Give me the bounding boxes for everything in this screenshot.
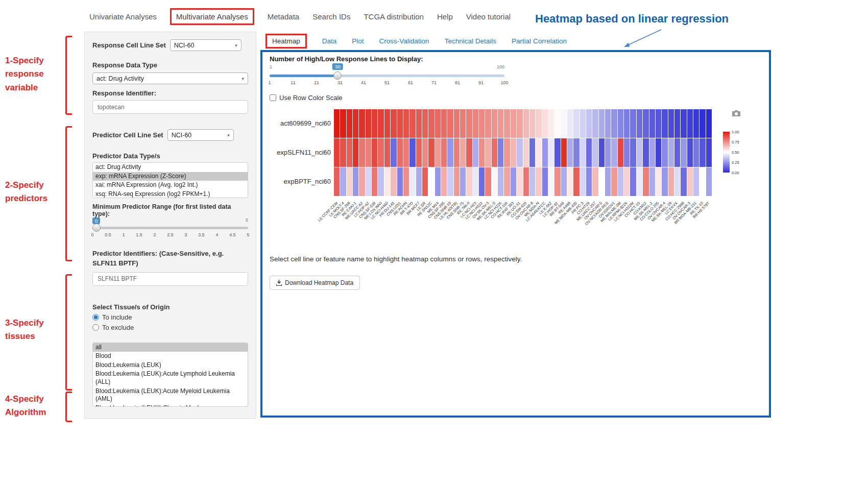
heatmap-cell xyxy=(687,109,693,138)
tissue-option[interactable]: Blood:Leukemia (LEUK) xyxy=(93,361,248,370)
nav-video-tutorial[interactable]: Video tutorial xyxy=(466,12,511,21)
predictor-data-types-listbox[interactable]: act: Drug Activity exp: mRNA Expression … xyxy=(92,162,248,198)
heatmap-cell xyxy=(536,138,541,167)
response-data-type-select[interactable]: act: Drug Activity ▾ xyxy=(92,72,248,84)
heatmap-cell xyxy=(498,138,503,167)
heatmap-cell xyxy=(573,167,579,196)
slider-tick-label: 0.5 xyxy=(105,232,111,237)
download-heatmap-data-button[interactable]: Download Heatmap Data xyxy=(270,276,360,290)
tissue-exclude-radio[interactable] xyxy=(92,324,99,331)
heatmap-cell xyxy=(454,167,460,196)
step4-bracket xyxy=(65,392,72,422)
response-cell-line-set-select[interactable]: NCI-60 ▾ xyxy=(170,39,242,51)
predictor-data-type-option[interactable]: exp: mRNA Expression (Z-Score) xyxy=(93,172,248,181)
heatmap-row-label[interactable]: expSLFN11_nci60 xyxy=(264,149,331,156)
heatmap-cell xyxy=(668,138,674,167)
result-tabs: Heatmap Data Plot Cross-Validation Techn… xyxy=(266,34,567,48)
tab-heatmap[interactable]: Heatmap xyxy=(266,34,307,48)
heatmap-cell xyxy=(618,109,623,138)
heatmap-cell xyxy=(523,138,529,167)
nav-help[interactable]: Help xyxy=(437,12,453,21)
heatmap-cell xyxy=(435,109,441,138)
heatmap-cell xyxy=(700,109,705,138)
heatmap-cell xyxy=(523,109,529,138)
tissue-origin-listbox[interactable]: all Blood Blood:Leukemia (LEUK) Blood:Le… xyxy=(92,343,248,407)
min-predictor-range-slider[interactable]: 0 5 00.511.522.533.544.55 xyxy=(92,218,248,243)
nav-tcga-distribution[interactable]: TCGA distribution xyxy=(364,12,424,21)
heatmap-cell xyxy=(384,167,390,196)
response-identifier-input[interactable] xyxy=(92,100,248,114)
nav-metadata[interactable]: Metadata xyxy=(268,12,300,21)
heatmap-cell xyxy=(403,109,409,138)
nav-search-ids[interactable]: Search IDs xyxy=(312,12,350,21)
tissue-option[interactable]: Blood:Leukemia (LEUK):Acute Myeloid Leuk… xyxy=(93,387,248,404)
tab-data[interactable]: Data xyxy=(322,37,337,45)
heatmap-cell xyxy=(435,138,441,167)
heatmap-cell xyxy=(347,167,352,196)
predictor-cell-line-set-select[interactable]: NCI-60 ▾ xyxy=(167,129,234,141)
heatmap-cell xyxy=(580,167,586,196)
heatmap-cell xyxy=(340,167,346,196)
step3-label: 3-Specify tissues xyxy=(5,316,64,344)
slider-handle[interactable] xyxy=(92,224,101,232)
tab-partial-correlation[interactable]: Partial Correlation xyxy=(512,37,567,45)
tissue-option[interactable]: Blood:Leukemia (LEUK):Acute Lymphoid Leu… xyxy=(93,370,248,386)
heatmap-hint-text: Select cell line or feature name to high… xyxy=(270,255,522,263)
heatmap-cell xyxy=(441,109,447,138)
tab-cross-validation[interactable]: Cross-Validation xyxy=(379,37,429,45)
tab-plot[interactable]: Plot xyxy=(352,37,364,45)
heatmap-cell xyxy=(504,167,510,196)
tissue-option[interactable]: Blood xyxy=(93,352,248,361)
nav-univariate-analyses[interactable]: Univariate Analyses xyxy=(89,12,157,21)
heatmap-row-label[interactable]: act609699_nci60 xyxy=(264,119,331,127)
slider-track[interactable] xyxy=(92,227,248,229)
heatmap-cell xyxy=(340,138,346,167)
heatmap-cell xyxy=(334,109,340,138)
legend-tick: 0.50 xyxy=(732,150,739,155)
heatmap-cell xyxy=(334,138,340,167)
annotation-arrow-icon xyxy=(608,27,669,52)
heatmap-cell xyxy=(403,138,409,167)
heatmap-cell xyxy=(416,138,422,167)
heatmap-cell xyxy=(693,167,699,196)
tissue-include-radio[interactable] xyxy=(92,314,99,321)
heatmap-cell xyxy=(586,167,592,196)
heatmap-cell xyxy=(592,109,598,138)
camera-icon[interactable] xyxy=(731,109,741,117)
predictor-data-type-option[interactable]: act: Drug Activity xyxy=(93,163,248,172)
heatmap-cell xyxy=(485,167,491,196)
heatmap-row-label[interactable]: expBPTF_nci60 xyxy=(264,178,331,185)
heatmap-cell xyxy=(611,109,617,138)
heatmap-grid[interactable] xyxy=(334,109,712,196)
slider-tick-label: 1.5 xyxy=(136,232,142,237)
top-nav: Univariate Analyses Multivariate Analyse… xyxy=(89,8,511,25)
chevron-down-icon: ▾ xyxy=(227,133,230,138)
slider-handle[interactable] xyxy=(333,71,342,80)
step3-bracket xyxy=(65,274,72,391)
predictor-data-type-option[interactable]: xai: mRNA Expression (Avg. log2 Int.) xyxy=(93,181,248,190)
response-data-type-label: Response Data Type xyxy=(92,61,248,69)
heatmap-cell xyxy=(378,109,383,138)
row-color-scale-checkbox[interactable] xyxy=(270,94,276,101)
heatmap-cell xyxy=(416,167,422,196)
heatmap-cell xyxy=(441,167,447,196)
predictor-identifiers-input[interactable] xyxy=(92,272,248,286)
heatmap-cell xyxy=(435,167,441,196)
tab-technical-details[interactable]: Technical Details xyxy=(445,37,496,45)
tissue-option[interactable]: Blood:Leukemia (LEUK):Chronic Myelogenou… xyxy=(93,404,248,407)
heatmap-cell xyxy=(529,138,535,167)
heatmap-cell xyxy=(454,138,460,167)
nav-multivariate-analyses[interactable]: Multivariate Analyses xyxy=(170,8,254,25)
slider-tick-label: 11 xyxy=(291,80,295,85)
heatmap-cell xyxy=(391,167,396,196)
analysis-settings-sidebar: Response Cell Line Set NCI-60 ▾ Response… xyxy=(84,32,256,419)
lines-slider[interactable]: 1 100 30 1112131415161718191100 xyxy=(270,64,504,91)
tissue-option[interactable]: all xyxy=(93,343,248,352)
heatmap-cell xyxy=(643,109,648,138)
predictor-identifiers-label: Predictor Identifiers: (Case-Sensitive, … xyxy=(92,249,248,269)
heatmap-cell xyxy=(359,109,365,138)
response-cell-line-set-value: NCI-60 xyxy=(174,42,195,49)
predictor-data-type-option[interactable]: xsq: RNA-seq Expression (log2 FPKM+1.) xyxy=(93,190,248,198)
predictor-data-types-label: Predictor Data Type/s xyxy=(92,152,248,160)
heatmap-panel: Number of High/Low Response Lines to Dis… xyxy=(260,50,771,418)
